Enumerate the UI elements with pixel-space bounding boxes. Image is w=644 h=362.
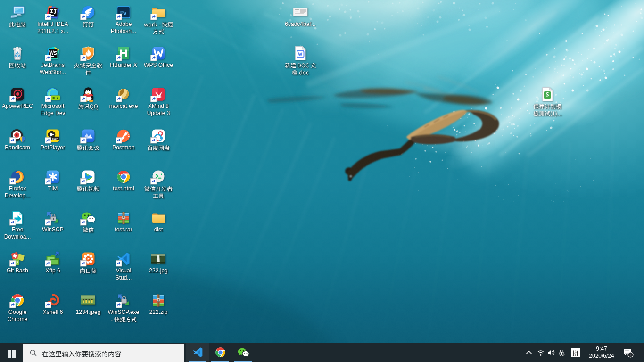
svg-text:ayer: ayer [52,137,58,140]
svg-text:DEV: DEV [52,96,59,100]
svg-text:1: 1 [630,353,632,357]
